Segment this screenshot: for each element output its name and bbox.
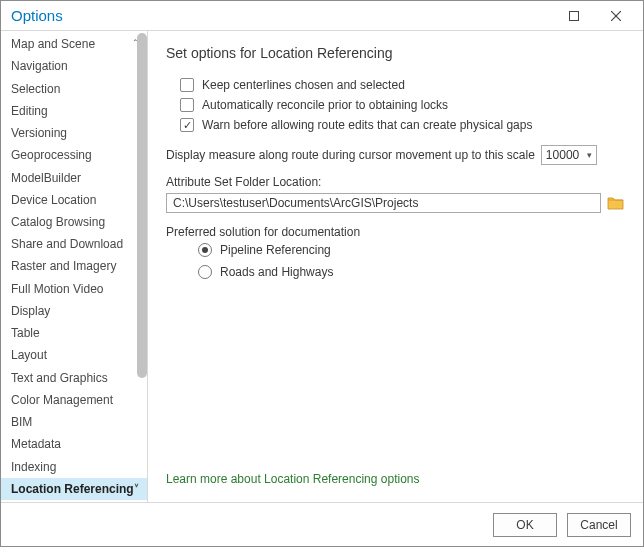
panel-heading: Set options for Location Referencing (166, 45, 625, 61)
checkbox-label: Warn before allowing route edits that ca… (202, 118, 532, 132)
sidebar-item-label: Display (11, 304, 50, 318)
options-panel: Set options for Location Referencing Kee… (148, 31, 643, 502)
keep-centerlines-checkbox[interactable] (180, 78, 194, 92)
radio-label: Roads and Highways (220, 265, 333, 279)
keep-centerlines-row[interactable]: Keep centerlines chosen and selected (180, 78, 625, 92)
sidebar-item-label: Metadata (11, 437, 61, 451)
sidebar-item-editing[interactable]: Editing (1, 100, 147, 122)
maximize-button[interactable] (553, 2, 595, 30)
sidebar-item-full-motion-video[interactable]: Full Motion Video (1, 278, 147, 300)
warn-gaps-row[interactable]: Warn before allowing route edits that ca… (180, 118, 625, 132)
sidebar-item-versioning[interactable]: Versioning (1, 122, 147, 144)
sidebar-item-label: Versioning (11, 126, 67, 140)
scale-row: Display measure along route during curso… (166, 145, 625, 165)
chevron-down-icon: ˅ (134, 483, 139, 494)
sidebar-item-display[interactable]: Display (1, 300, 147, 322)
auto-reconcile-row[interactable]: Automatically reconcile prior to obtaini… (180, 98, 625, 112)
sidebar-item-text-and-graphics[interactable]: Text and Graphics (1, 367, 147, 389)
close-button[interactable] (595, 2, 637, 30)
category-sidebar: Map and Scene ˆ Navigation Selection Edi… (1, 31, 148, 502)
sidebar-item-label: Device Location (11, 193, 96, 207)
sidebar-item-label: Catalog Browsing (11, 215, 105, 229)
browse-folder-button[interactable] (607, 195, 625, 211)
sidebar-item-label: Geoprocessing (11, 148, 92, 162)
sidebar-item-raster-and-imagery[interactable]: Raster and Imagery (1, 255, 147, 277)
dialog-footer: OK Cancel (1, 502, 643, 546)
sidebar-item-label: BIM (11, 415, 32, 429)
sidebar-item-bim[interactable]: BIM (1, 411, 147, 433)
svg-rect-0 (570, 11, 579, 20)
sidebar-item-navigation[interactable]: Navigation (1, 55, 147, 77)
sidebar-item-label: Full Motion Video (11, 282, 104, 296)
auto-reconcile-checkbox[interactable] (180, 98, 194, 112)
sidebar-item-geoprocessing[interactable]: Geoprocessing (1, 144, 147, 166)
attr-folder-input[interactable]: C:\Users\testuser\Documents\ArcGIS\Proje… (166, 193, 601, 213)
sidebar-item-modelbuilder[interactable]: ModelBuilder (1, 166, 147, 188)
sidebar-item-label: Text and Graphics (11, 371, 108, 385)
sidebar-item-indexing[interactable]: Indexing (1, 455, 147, 477)
sidebar-scrollbar[interactable] (137, 33, 147, 413)
sidebar-item-label: Table (11, 326, 40, 340)
sidebar-item-map-and-scene[interactable]: Map and Scene ˆ (1, 33, 147, 55)
cancel-button[interactable]: Cancel (567, 513, 631, 537)
attr-folder-value: C:\Users\testuser\Documents\ArcGIS\Proje… (173, 196, 418, 210)
sidebar-item-label: Indexing (11, 460, 56, 474)
sidebar-item-table[interactable]: Table (1, 322, 147, 344)
scale-dropdown[interactable]: 10000 ▾ (541, 145, 597, 165)
scroll-thumb[interactable] (137, 33, 147, 378)
preferred-solution-label: Preferred solution for documentation (166, 225, 625, 239)
dropdown-icon: ▾ (587, 150, 592, 160)
sidebar-item-label: Color Management (11, 393, 113, 407)
radio-roads-row[interactable]: Roads and Highways (198, 265, 625, 279)
sidebar-item-label: ModelBuilder (11, 171, 81, 185)
options-dialog: Options Map and Scene ˆ Navigation Selec… (0, 0, 644, 547)
sidebar-item-label: Navigation (11, 59, 68, 73)
radio-pipeline[interactable] (198, 243, 212, 257)
ok-button[interactable]: OK (493, 513, 557, 537)
window-title: Options (11, 7, 553, 24)
warn-gaps-checkbox[interactable] (180, 118, 194, 132)
sidebar-item-metadata[interactable]: Metadata (1, 433, 147, 455)
radio-pipeline-row[interactable]: Pipeline Referencing (198, 243, 625, 257)
scale-value: 10000 (546, 148, 579, 162)
scale-label: Display measure along route during curso… (166, 148, 535, 162)
sidebar-item-catalog-browsing[interactable]: Catalog Browsing (1, 211, 147, 233)
sidebar-item-layout[interactable]: Layout (1, 344, 147, 366)
sidebar-item-location-referencing[interactable]: Location Referencing ˅ (1, 478, 147, 500)
sidebar-item-share-and-download[interactable]: Share and Download (1, 233, 147, 255)
sidebar-item-label: Selection (11, 82, 60, 96)
titlebar: Options (1, 1, 643, 31)
radio-label: Pipeline Referencing (220, 243, 331, 257)
sidebar-item-label: Location Referencing (11, 482, 134, 496)
sidebar-item-color-management[interactable]: Color Management (1, 389, 147, 411)
learn-more-link[interactable]: Learn more about Location Referencing op… (166, 472, 625, 492)
attr-folder-label: Attribute Set Folder Location: (166, 175, 625, 189)
sidebar-item-label: Editing (11, 104, 48, 118)
radio-roads[interactable] (198, 265, 212, 279)
sidebar-item-label: Share and Download (11, 237, 123, 251)
sidebar-item-device-location[interactable]: Device Location (1, 189, 147, 211)
sidebar-item-label: Layout (11, 348, 47, 362)
sidebar-item-selection[interactable]: Selection (1, 77, 147, 99)
attr-folder-row: C:\Users\testuser\Documents\ArcGIS\Proje… (166, 193, 625, 213)
sidebar-item-label: Map and Scene (11, 37, 95, 51)
checkbox-label: Keep centerlines chosen and selected (202, 78, 405, 92)
checkbox-label: Automatically reconcile prior to obtaini… (202, 98, 448, 112)
sidebar-item-label: Raster and Imagery (11, 259, 116, 273)
